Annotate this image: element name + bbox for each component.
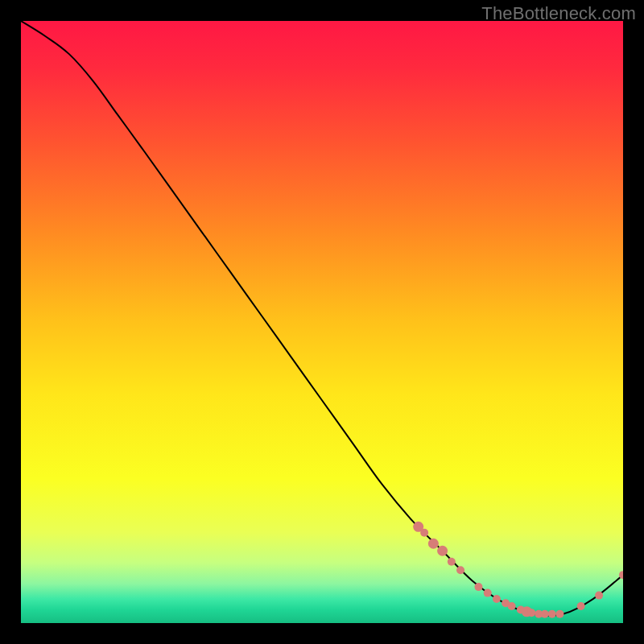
data-marker	[527, 609, 535, 617]
watermark-text: TheBottleneck.com	[481, 3, 636, 24]
data-marker	[420, 529, 428, 537]
data-marker	[474, 583, 482, 591]
data-marker	[548, 610, 556, 618]
gradient-background	[21, 21, 623, 623]
chart-stage: TheBottleneck.com	[0, 0, 644, 644]
data-marker	[595, 592, 603, 600]
data-marker	[484, 589, 492, 597]
data-marker	[555, 610, 564, 618]
data-marker	[437, 546, 448, 556]
bottleneck-chart	[0, 0, 644, 644]
data-marker	[428, 539, 439, 549]
data-marker	[493, 595, 501, 603]
data-marker	[541, 610, 549, 618]
data-marker	[577, 602, 585, 610]
data-marker	[456, 566, 464, 574]
data-marker	[508, 602, 516, 610]
data-marker	[619, 571, 627, 579]
data-marker	[448, 558, 456, 566]
